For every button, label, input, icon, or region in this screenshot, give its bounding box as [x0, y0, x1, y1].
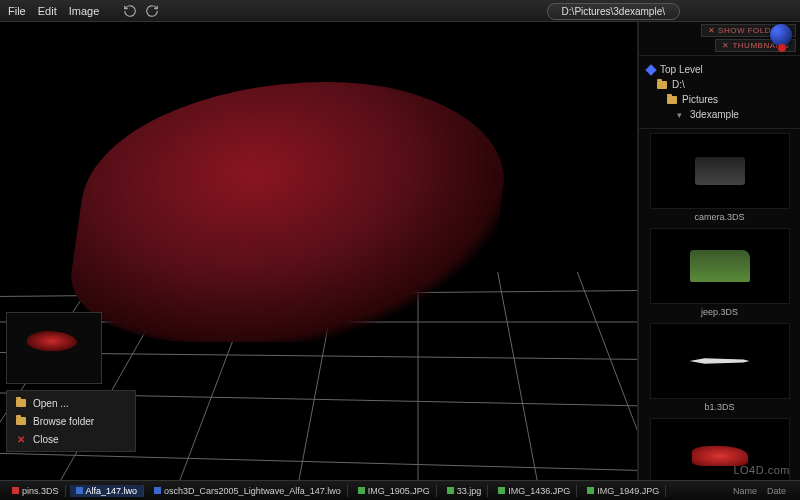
context-open-label: Open ...	[33, 398, 69, 409]
file-type-icon	[498, 487, 505, 494]
folder-tree: Top Level D:\ Pictures ▾ 3dexample	[639, 56, 800, 129]
tree-top-label: Top Level	[660, 64, 703, 75]
menu-edit[interactable]: Edit	[38, 5, 57, 17]
folder-icon	[15, 415, 27, 427]
context-close[interactable]: ✕ Close	[7, 430, 135, 448]
context-browse-label: Browse folder	[33, 416, 94, 427]
tree-drive[interactable]: D:\	[647, 77, 792, 92]
tree-drive-label: D:\	[672, 79, 685, 90]
file-tab-label: pins.3DS	[22, 486, 59, 496]
path-display[interactable]: D:\Pictures\3dexample\	[547, 3, 680, 20]
record-indicator-icon	[778, 44, 786, 52]
status-files: pins.3DSAlfa_147.lwoosch3D_Cars2005_Ligh…	[6, 485, 729, 497]
tree-top-level[interactable]: Top Level	[647, 62, 792, 77]
main-area: Open ... Browse folder ✕ Close ✕ SHOW FO…	[0, 22, 800, 480]
tree-pictures-label: Pictures	[682, 94, 718, 105]
app-orb-icon[interactable]	[770, 24, 792, 46]
svg-line-9	[498, 272, 538, 480]
file-type-icon	[587, 487, 594, 494]
thumb-image	[650, 133, 790, 209]
thumb-label: camera.3DS	[645, 212, 794, 222]
sort-name[interactable]: Name	[733, 486, 757, 496]
thumb-label: jeep.3DS	[645, 307, 794, 317]
sidebar: ✕ SHOW FOLDERS ✕ THUMBNAILS Top Level D:…	[638, 22, 800, 480]
file-type-icon	[12, 487, 19, 494]
close-icon: ✕	[15, 433, 27, 445]
file-tab-label: osch3D_Cars2005_Lightwave_Alfa_147.lwo	[164, 486, 341, 496]
tree-pictures[interactable]: Pictures	[647, 92, 792, 107]
watermark: LO4D.com	[733, 464, 790, 476]
sort-date[interactable]: Date	[767, 486, 786, 496]
title-bar: File Edit Image D:\Pictures\3dexample\	[0, 0, 800, 22]
folder-open-icon	[15, 397, 27, 409]
file-tab-label: IMG_1905.JPG	[368, 486, 430, 496]
file-tab[interactable]: pins.3DS	[6, 485, 66, 497]
context-browse[interactable]: Browse folder	[7, 412, 135, 430]
file-tab-label: Alfa_147.lwo	[86, 486, 138, 496]
thumb-jeep[interactable]: jeep.3DS	[645, 228, 794, 317]
menu-file[interactable]: File	[8, 5, 26, 17]
main-menu: File Edit Image	[8, 5, 99, 17]
file-tab-label: IMG_1949.JPG	[597, 486, 659, 496]
thumb-image	[650, 323, 790, 399]
file-tab[interactable]: IMG_1436.JPG	[492, 485, 577, 497]
diamond-icon	[645, 64, 656, 75]
thumbnail-list: camera.3DS jeep.3DS b1.3DS	[639, 129, 800, 480]
tree-3dexample[interactable]: ▾ 3dexample	[647, 107, 792, 122]
svg-line-10	[577, 272, 637, 480]
file-tab[interactable]: Alfa_147.lwo	[70, 485, 145, 497]
file-tab[interactable]: IMG_1905.JPG	[352, 485, 437, 497]
svg-line-3	[0, 452, 637, 472]
context-close-label: Close	[33, 434, 59, 445]
file-type-icon	[447, 487, 454, 494]
rotate-cw-icon[interactable]	[145, 4, 159, 18]
toolbar	[123, 4, 159, 18]
menu-image[interactable]: Image	[69, 5, 100, 17]
file-type-icon	[76, 487, 83, 494]
thumb-label: b1.3DS	[645, 402, 794, 412]
file-tab-label: 33.jpg	[457, 486, 482, 496]
file-tab[interactable]: 33.jpg	[441, 485, 489, 497]
file-tab[interactable]: osch3D_Cars2005_Lightwave_Alfa_147.lwo	[148, 485, 348, 497]
mini-preview-model	[27, 331, 77, 351]
context-menu: Open ... Browse folder ✕ Close	[6, 390, 136, 452]
tree-3dexample-label: 3dexample	[690, 109, 739, 120]
status-bar: pins.3DSAlfa_147.lwoosch3D_Cars2005_Ligh…	[0, 480, 800, 500]
file-type-icon	[358, 487, 365, 494]
file-type-icon	[154, 487, 161, 494]
folder-icon	[657, 81, 667, 89]
chevron-down-icon: ▾	[677, 110, 685, 120]
file-tab-label: IMG_1436.JPG	[508, 486, 570, 496]
thumb-image	[650, 228, 790, 304]
file-tab[interactable]: IMG_1949.JPG	[581, 485, 666, 497]
folder-icon	[667, 96, 677, 104]
mini-preview[interactable]	[6, 312, 102, 384]
status-sort: Name Date	[733, 486, 794, 496]
context-open[interactable]: Open ...	[7, 394, 135, 412]
thumb-camera[interactable]: camera.3DS	[645, 133, 794, 222]
rotate-ccw-icon[interactable]	[123, 4, 137, 18]
thumb-b1[interactable]: b1.3DS	[645, 323, 794, 412]
3d-viewport[interactable]: Open ... Browse folder ✕ Close	[0, 22, 638, 480]
